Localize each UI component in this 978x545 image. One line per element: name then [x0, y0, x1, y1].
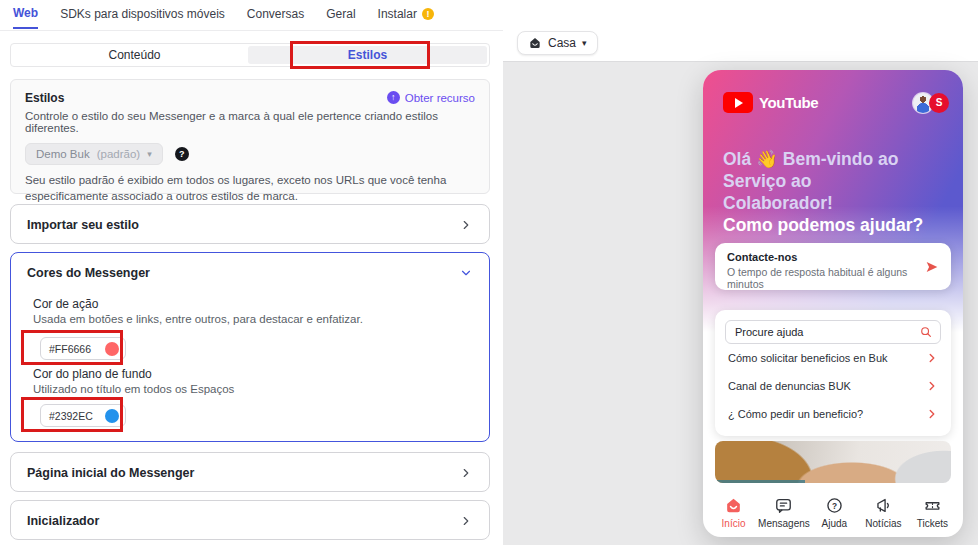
section-messenger-colors-label: Cores do Messenger	[27, 266, 150, 280]
help-link-label: Cómo solicitar beneficios en Buk	[728, 352, 888, 364]
widget-bottom-nav: Início Mensagens ?	[709, 494, 957, 534]
get-resource-label: Obter recurso	[405, 92, 475, 104]
search-box[interactable]	[725, 320, 941, 344]
widget-tab-help[interactable]: ? Ajuda	[810, 494, 859, 534]
background-color-description: Utilizado no título em todos os Espaços	[33, 383, 234, 395]
ticket-icon	[923, 496, 942, 515]
help-link[interactable]: Canal de denuncias BUK	[725, 372, 941, 400]
chevron-right-icon	[459, 218, 473, 232]
widget-tab-tickets[interactable]: Tickets	[908, 494, 957, 534]
help-link-label: ¿ Cómo pedir un beneficio?	[728, 408, 863, 420]
section-messenger-homepage: Página inicial do Messenger	[10, 452, 490, 492]
megaphone-icon	[874, 496, 893, 515]
home-icon	[528, 36, 542, 50]
help-search-card: Cómo solicitar beneficios en Buk Canal d…	[715, 310, 951, 436]
chevron-down-icon	[459, 266, 473, 280]
section-messenger-colors-header[interactable]: Cores do Messenger	[11, 253, 489, 293]
upgrade-circle-icon: ↑	[387, 91, 400, 104]
action-color-input[interactable]: #FF6666	[40, 337, 126, 360]
chevron-right-icon	[459, 466, 473, 480]
svg-text:?: ?	[832, 501, 837, 511]
nav-tab-web[interactable]: Web	[13, 6, 38, 29]
help-link-label: Canal de denuncias BUK	[728, 380, 851, 392]
tab-styles[interactable]: Estilos	[248, 46, 487, 64]
search-icon	[919, 325, 933, 339]
help-icon[interactable]: ?	[175, 147, 189, 161]
settings-pane: Web SDKs para dispositivos móveis Conver…	[0, 0, 503, 545]
section-messenger-homepage-header[interactable]: Página inicial do Messenger	[11, 453, 489, 493]
brand-logo: YouTube	[723, 92, 818, 113]
help-link[interactable]: ¿ Cómo pedir un beneficio?	[725, 400, 941, 428]
chevron-right-icon	[459, 514, 473, 528]
nav-tab-install[interactable]: Instalar !	[378, 7, 434, 28]
section-launcher: Inicializador	[10, 500, 490, 540]
news-photo[interactable]	[715, 441, 951, 483]
page-selector-label: Casa	[548, 36, 576, 50]
widget-tab-messages-label: Mensagens	[758, 518, 810, 529]
section-messenger-colors: Cores do Messenger Cor de ação Usada em …	[10, 252, 490, 442]
tab-content[interactable]: Conteúdo	[11, 44, 258, 66]
nav-divider	[0, 30, 503, 31]
styles-info-card: Estilos ↑ Obter recurso Controle o estil…	[10, 79, 490, 194]
styles-card-description: Controle o estilo do seu Messenger e a m…	[25, 110, 475, 134]
top-nav: Web SDKs para dispositivos móveis Conver…	[13, 6, 434, 29]
background-color-input[interactable]: #2392EC	[40, 404, 126, 427]
question-circle-icon: ?	[825, 496, 844, 515]
background-color-label: Cor do plano de fundo	[33, 367, 152, 381]
widget-tab-messages[interactable]: Mensagens	[758, 494, 810, 534]
preview-pane: Casa ▾ YouTube S Olá 👋 B	[503, 0, 978, 545]
page-selector-dropdown[interactable]: Casa ▾	[517, 31, 598, 55]
greeting-line-1: Olá 👋 Bem-vindo ao	[723, 148, 928, 170]
styles-card-title: Estilos	[25, 91, 64, 105]
nav-tab-general[interactable]: Geral	[326, 7, 355, 28]
nav-tab-mobile-sdks[interactable]: SDKs para dispositivos móveis	[60, 7, 225, 28]
chevron-right-icon	[925, 351, 939, 365]
style-selector-suffix: (padrão)	[97, 148, 140, 160]
widget-tab-home-label: Início	[722, 518, 746, 529]
brand-name: YouTube	[759, 94, 818, 111]
greeting-line-3: Colaborador!	[723, 192, 928, 214]
section-launcher-label: Inicializador	[27, 514, 99, 528]
content-styles-tabbar: Conteúdo Estilos	[10, 43, 490, 67]
help-link[interactable]: Cómo solicitar beneficios en Buk	[725, 344, 941, 372]
section-import-style-header[interactable]: Importar seu estilo	[11, 205, 489, 245]
messenger-widget: YouTube S Olá 👋 Bem-vindo ao Serviço ao …	[703, 70, 963, 537]
background-color-value: #2392EC	[49, 410, 93, 422]
contact-us-card[interactable]: Contacte-nos O tempo de resposta habitua…	[715, 243, 951, 290]
widget-tab-news[interactable]: Notícias	[859, 494, 908, 534]
nav-tab-conversations[interactable]: Conversas	[247, 7, 304, 28]
youtube-play-icon	[723, 92, 753, 113]
style-selector-value: Demo Buk	[36, 148, 90, 160]
preview-canvas: YouTube S Olá 👋 Bem-vindo ao Serviço ao …	[503, 62, 978, 545]
greeting-line-2: Serviço ao	[723, 170, 928, 192]
nav-tab-install-label: Instalar	[378, 7, 417, 21]
get-resource-link[interactable]: ↑ Obter recurso	[387, 91, 475, 104]
avatar-badge: S	[929, 93, 949, 113]
widget-tab-news-label: Notícias	[865, 518, 901, 529]
section-messenger-homepage-label: Página inicial do Messenger	[27, 466, 194, 480]
style-selector-dropdown[interactable]: Demo Buk (padrão) ▾	[25, 143, 163, 165]
section-import-style-label: Importar seu estilo	[27, 218, 139, 232]
widget-tab-help-label: Ajuda	[822, 518, 848, 529]
action-color-swatch	[105, 342, 119, 356]
chevron-right-icon	[925, 407, 939, 421]
action-color-label: Cor de ação	[33, 297, 98, 311]
widget-tab-tickets-label: Tickets	[917, 518, 948, 529]
home-icon	[724, 496, 743, 515]
chat-icon	[774, 496, 793, 515]
widget-tab-home[interactable]: Início	[709, 494, 758, 534]
action-color-value: #FF6666	[49, 343, 91, 355]
chevron-down-icon: ▾	[147, 149, 152, 159]
messenger-settings-screen: Web SDKs para dispositivos móveis Conver…	[0, 0, 978, 545]
greeting-question: Como podemos ajudar?	[723, 214, 928, 236]
widget-greeting: Olá 👋 Bem-vindo ao Serviço ao Colaborado…	[723, 148, 928, 236]
preview-topbar: Casa ▾	[503, 0, 978, 62]
chevron-down-icon: ▾	[582, 38, 587, 48]
action-color-description: Usada em botões e links, entre outros, p…	[33, 313, 363, 325]
teammate-avatars: S	[913, 93, 949, 113]
contact-us-subtitle: O tempo de resposta habitual é alguns mi…	[727, 266, 917, 290]
search-input[interactable]	[735, 326, 919, 338]
background-color-swatch	[105, 409, 119, 423]
warning-badge-icon: !	[422, 8, 434, 20]
section-launcher-header[interactable]: Inicializador	[11, 501, 489, 541]
